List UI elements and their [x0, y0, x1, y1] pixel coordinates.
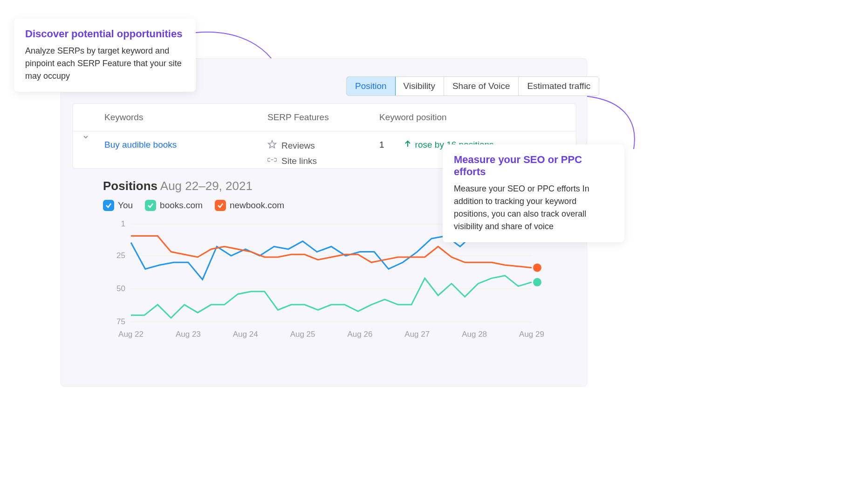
checkbox-icon: [215, 200, 226, 211]
tab-visibility[interactable]: Visibility: [395, 77, 444, 95]
table-header: Keywords SERP Features Keyword position: [73, 104, 576, 131]
svg-text:1: 1: [121, 219, 125, 228]
star-icon: [267, 140, 277, 151]
svg-point-18: [533, 264, 541, 272]
svg-text:50: 50: [116, 284, 125, 293]
tab-position[interactable]: Position: [346, 76, 396, 96]
th-keyword-position: Keyword position: [369, 104, 576, 131]
checkbox-icon: [145, 200, 156, 211]
svg-text:Aug 29: Aug 29: [519, 330, 544, 339]
serp-feature-sitelinks: Site links: [267, 155, 359, 167]
th-serp-features: SERP Features: [257, 104, 369, 131]
legend-you[interactable]: You: [103, 200, 133, 211]
svg-text:Aug 24: Aug 24: [233, 330, 258, 339]
svg-text:Aug 25: Aug 25: [290, 330, 315, 339]
svg-text:25: 25: [116, 251, 125, 260]
callout-body: Analyze SERPs by target keyword and pinp…: [25, 45, 185, 82]
callout-title: Measure your SEO or PPC efforts: [454, 154, 613, 178]
svg-point-17: [533, 278, 541, 286]
cell-serp-features: Reviews Site links: [257, 131, 369, 175]
callout-body: Measure your SEO or PPC efforts In addit…: [454, 183, 613, 233]
tab-estimated-traffic[interactable]: Estimated traffic: [519, 77, 599, 95]
serp-feature-label: Reviews: [281, 141, 315, 151]
legend-label: books.com: [160, 200, 203, 211]
svg-text:Aug 28: Aug 28: [462, 330, 487, 339]
expand-row-icon[interactable]: [82, 133, 89, 143]
serp-feature-reviews: Reviews: [267, 140, 359, 151]
callout-title: Discover potential opportunities: [25, 28, 185, 40]
position-value: 1: [379, 140, 384, 150]
svg-text:Aug 27: Aug 27: [404, 330, 430, 339]
link-icon: [267, 155, 277, 167]
arrow-up-icon: [404, 140, 411, 150]
metric-tabs: Position Visibility Share of Voice Estim…: [346, 76, 599, 96]
legend-label: newbook.com: [230, 200, 284, 211]
legend-newbook[interactable]: newbook.com: [215, 200, 284, 211]
th-keywords: Keywords: [73, 104, 257, 131]
checkbox-icon: [103, 200, 114, 211]
svg-text:Aug 23: Aug 23: [176, 330, 201, 339]
keyword-link[interactable]: Buy audible books: [104, 140, 177, 150]
callout-measure: Measure your SEO or PPC efforts Measure …: [443, 144, 624, 242]
serp-feature-label: Site links: [281, 156, 317, 166]
tab-share-of-voice[interactable]: Share of Voice: [444, 77, 519, 95]
callout-opportunities: Discover potential opportunities Analyze…: [14, 19, 196, 92]
svg-text:75: 75: [116, 317, 125, 326]
legend-label: You: [118, 200, 133, 211]
cell-keyword: Buy audible books: [73, 131, 257, 158]
svg-text:Aug 22: Aug 22: [118, 330, 144, 339]
legend-books[interactable]: books.com: [145, 200, 203, 211]
svg-text:Aug 26: Aug 26: [347, 330, 372, 339]
